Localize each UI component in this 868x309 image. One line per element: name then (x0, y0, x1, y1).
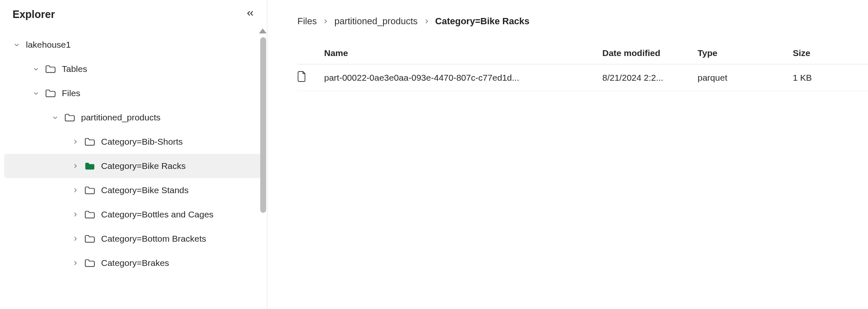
folder-icon (84, 136, 95, 147)
tree-item-tables[interactable]: Tables (0, 57, 267, 81)
table-row[interactable]: part-00022-0ae3e0aa-093e-4470-807c-c77ed… (297, 64, 868, 91)
folder-icon (45, 88, 56, 99)
tree-view: lakehouse1 Tables Files (0, 30, 267, 275)
column-header-type[interactable]: Type (698, 48, 793, 58)
tree-item-label: Files (62, 88, 80, 98)
file-name-cell: part-00022-0ae3e0aa-093e-4470-807c-c77ed… (324, 73, 602, 83)
table-header: Name Date modified Type Size (297, 42, 868, 64)
folder-open-icon (84, 161, 95, 171)
column-header-date[interactable]: Date modified (602, 48, 698, 58)
folder-icon (84, 185, 95, 196)
chevron-right-icon (71, 210, 79, 219)
chevron-down-icon (32, 89, 40, 97)
tree-item-label: Category=Bike Stands (101, 185, 189, 195)
tree-item-label: Category=Bib-Shorts (101, 137, 183, 147)
tree-item-label: Tables (62, 64, 87, 74)
column-header-name[interactable]: Name (324, 48, 602, 58)
chevron-right-icon (71, 138, 79, 146)
tree-item-files[interactable]: Files (0, 81, 267, 105)
file-icon (297, 71, 324, 84)
tree-item-category-bike-racks[interactable]: Category=Bike Racks (4, 154, 263, 178)
folder-icon (84, 209, 95, 220)
explorer-sidebar: Explorer lakehouse1 (0, 0, 267, 309)
chevron-right-icon (71, 259, 79, 267)
chevron-right-icon (71, 162, 79, 170)
file-date-cell: 8/21/2024 2:2... (602, 73, 698, 83)
tree-item-label: Category=Bike Racks (101, 161, 186, 171)
tree-item-partitioned-products[interactable]: partitioned_products (0, 105, 267, 130)
tree-item-label: Category=Brakes (101, 258, 169, 268)
chevron-double-left-icon (245, 8, 255, 20)
explorer-title: Explorer (13, 8, 55, 20)
file-table: Name Date modified Type Size part-00022-… (297, 42, 868, 91)
folder-icon (45, 64, 56, 74)
tree-item-category-bottles-and-cages[interactable]: Category=Bottles and Cages (0, 202, 267, 227)
folder-icon (84, 258, 95, 268)
folder-icon (64, 112, 75, 123)
chevron-right-icon (424, 16, 429, 27)
tree-item-category-bib-shorts[interactable]: Category=Bib-Shorts (0, 130, 267, 154)
chevron-down-icon (32, 65, 40, 73)
tree-item-category-bike-stands[interactable]: Category=Bike Stands (0, 178, 267, 202)
chevron-down-icon (13, 41, 21, 49)
file-size-cell: 1 KB (793, 73, 868, 83)
chevron-right-icon (71, 235, 79, 243)
tree-item-category-brakes[interactable]: Category=Brakes (0, 251, 267, 275)
breadcrumb-item-partitioned-products[interactable]: partitioned_products (334, 16, 417, 27)
tree-item-label: Category=Bottom Brackets (101, 234, 206, 244)
main-content: Files partitioned_products Category=Bike… (267, 0, 868, 309)
collapse-sidebar-button[interactable] (244, 8, 257, 21)
breadcrumb: Files partitioned_products Category=Bike… (267, 16, 868, 42)
column-header-size[interactable]: Size (793, 48, 868, 58)
vertical-scrollbar[interactable] (260, 37, 266, 213)
breadcrumb-item-current: Category=Bike Racks (435, 16, 530, 27)
tree-item-label: Category=Bottles and Cages (101, 209, 213, 220)
tree-item-label: partitioned_products (81, 112, 160, 123)
tree-item-label: lakehouse1 (26, 40, 71, 50)
chevron-right-icon (322, 16, 328, 27)
tree-item-lakehouse[interactable]: lakehouse1 (0, 33, 267, 57)
chevron-right-icon (71, 186, 79, 194)
folder-icon (84, 233, 95, 244)
file-type-cell: parquet (698, 73, 793, 83)
chevron-down-icon (51, 113, 59, 122)
scroll-up-arrow-icon[interactable] (259, 28, 266, 33)
tree-item-category-bottom-brackets[interactable]: Category=Bottom Brackets (0, 227, 267, 251)
breadcrumb-item-files[interactable]: Files (297, 16, 317, 27)
